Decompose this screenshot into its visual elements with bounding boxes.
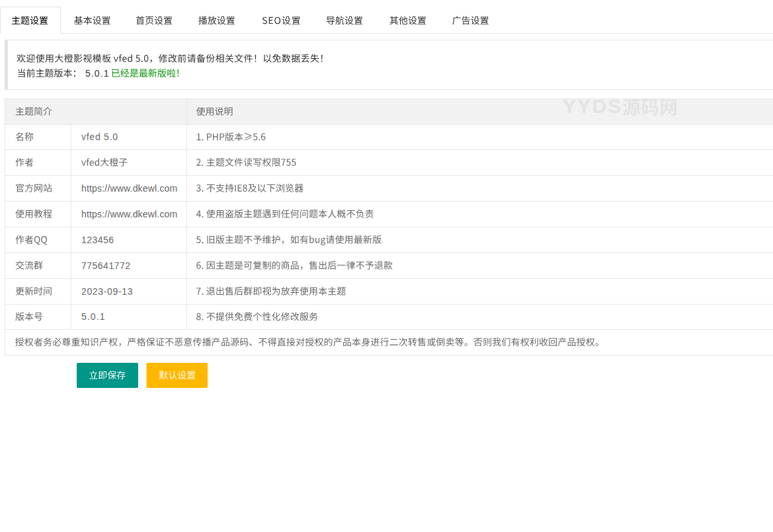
svg-text:vfed 5.0: vfed 5.0 (81, 132, 118, 142)
svg-text:https://www.dkewl.com: https://www.dkewl.com (81, 183, 177, 194)
svg-text:5.0.1: 5.0.1 (85, 68, 110, 79)
svg-text:YYDS: YYDS (563, 95, 623, 117)
svg-text:775641772: 775641772 (81, 260, 131, 271)
svg-text:123456: 123456 (81, 235, 114, 245)
svg-text:5.0.1: 5.0.1 (81, 311, 106, 322)
svg-text:https://www.dkewl.com: https://www.dkewl.com (81, 209, 177, 219)
svg-text:2023-09-13: 2023-09-13 (81, 286, 133, 297)
